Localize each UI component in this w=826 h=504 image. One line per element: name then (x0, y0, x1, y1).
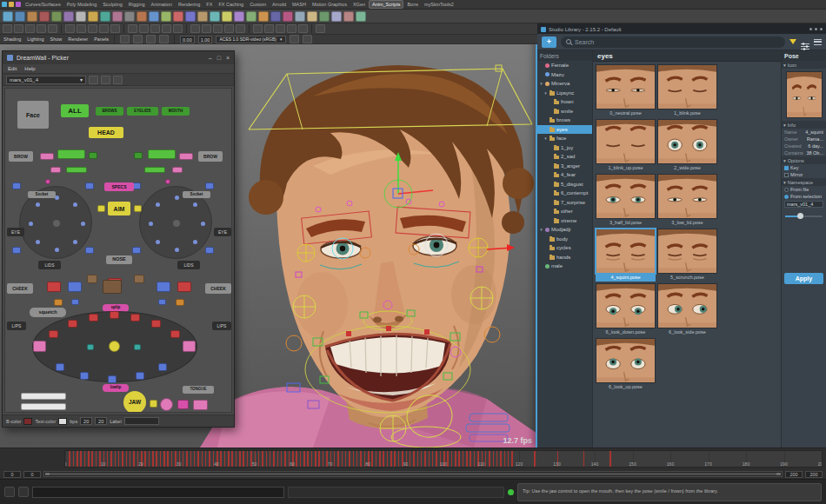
info-section-header[interactable]: ▾ Info (782, 121, 826, 129)
shelf-tab-Arnold[interactable]: Arnold (270, 1, 289, 8)
socket-dot[interactable] (55, 248, 59, 252)
search-input[interactable]: Search (561, 36, 785, 48)
picker-settings-icon[interactable] (113, 76, 123, 84)
options-section-header[interactable]: ▾ Options (782, 156, 826, 164)
cheek-chip[interactable] (177, 282, 191, 292)
socket-dot[interactable] (175, 248, 179, 252)
folder-item-hands[interactable]: hands (537, 253, 592, 262)
shelf-icon-10[interactable] (124, 11, 135, 22)
folder-item-eyes[interactable]: eyes (537, 125, 592, 135)
namespace-radio-From file[interactable] (784, 188, 789, 192)
brows-button[interactable]: BROWS (96, 107, 123, 116)
folder-item-2_sad[interactable]: 2_sad (537, 152, 592, 162)
shelf-icon-21[interactable] (258, 11, 269, 22)
tool-button-16[interactable] (202, 24, 211, 33)
folder-item-male[interactable]: male (537, 262, 592, 271)
shelf-tab-Rigging[interactable]: Rigging (126, 1, 148, 8)
shelf-icon-11[interactable] (137, 11, 147, 22)
menu-icon[interactable] (814, 39, 822, 45)
folder-item-brows[interactable]: brows (537, 116, 592, 125)
slider-bar[interactable] (21, 393, 66, 400)
panel-menu-renderer[interactable]: Renderer (68, 36, 88, 42)
smile-line-chip[interactable] (71, 299, 79, 305)
range-handle-end[interactable] (776, 473, 781, 475)
picker-refresh-icon[interactable] (89, 76, 98, 84)
settings-sliders-icon[interactable] (801, 38, 809, 46)
socket-corner-chip[interactable] (85, 182, 94, 189)
nose-button[interactable]: NOSE (106, 255, 132, 264)
folder-item-3_anger[interactable]: 3_anger (537, 162, 592, 171)
smile-line-chip[interactable] (54, 299, 63, 306)
shelf-tab-Motion Graphics[interactable]: Motion Graphics (310, 1, 350, 8)
pose-item-3_low_lid.pose[interactable]: 3_low_lid.pose (657, 174, 717, 227)
slider-knob[interactable] (797, 213, 803, 219)
socket-dot[interactable] (149, 222, 153, 226)
socket-corner-chip[interactable] (205, 182, 214, 189)
eyelids-button[interactable]: EYELIDS (127, 107, 158, 116)
shelf-icon-24[interactable] (295, 11, 305, 22)
pose-item-4_squint.pose[interactable]: 4_squint.pose (596, 229, 656, 282)
upper-lip-ctrl[interactable] (151, 320, 161, 328)
mouth-button[interactable]: MOUTH (162, 107, 190, 116)
shelf-tab-Poly Modeling[interactable]: Poly Modeling (64, 1, 100, 8)
shelf-icon-29[interactable] (356, 11, 366, 22)
tool-button-11[interactable] (139, 24, 149, 33)
tool-button-9[interactable] (110, 24, 120, 33)
nostril-right-chip[interactable] (134, 275, 144, 283)
shelf-icon-6[interactable] (76, 11, 86, 22)
socket-right-label[interactable]: Socket (183, 191, 210, 198)
shelf-icon-14[interactable] (173, 11, 183, 22)
brow-ctrl-chip[interactable] (179, 153, 193, 160)
brow-right-button[interactable]: BROW (198, 151, 223, 162)
socket-left-label[interactable]: Socket (28, 191, 56, 198)
socket-dot[interactable] (175, 196, 179, 200)
tool-button-10[interactable] (128, 24, 137, 33)
shelf-icon-17[interactable] (210, 11, 220, 22)
brow-pivot-chip[interactable] (45, 179, 50, 184)
brow-pivot-chip[interactable] (165, 179, 170, 184)
shelf-tab-Curves/Surfaces[interactable]: Curves/Surfaces (23, 1, 63, 8)
cheek-chip[interactable] (68, 282, 82, 292)
label-field[interactable] (124, 417, 159, 425)
shelf-icon-0[interactable] (3, 11, 13, 22)
tool-button-1[interactable] (14, 24, 23, 33)
panel-menu-panels[interactable]: Panels (94, 36, 109, 42)
pose-item-3_half_lid.pose[interactable]: 3_half_lid.pose (596, 174, 656, 227)
socket-dot[interactable] (156, 202, 160, 207)
shelf-icon-2[interactable] (27, 11, 37, 22)
tool-button-19[interactable] (236, 24, 245, 33)
brow-ctrl-chip[interactable] (134, 152, 143, 159)
eye-right-button[interactable]: EYE (214, 228, 231, 236)
tool-button-18[interactable] (224, 24, 234, 33)
inner-mouth-ctrl[interactable] (87, 344, 94, 350)
tool-button-15[interactable] (190, 24, 200, 33)
shelf-icon-9[interactable] (112, 11, 123, 22)
tool-button-22[interactable] (276, 24, 285, 33)
lower-lip-ctrl[interactable] (80, 372, 89, 380)
mouth-corner-ctrl[interactable] (33, 341, 46, 352)
smile-line-chip[interactable] (176, 299, 184, 306)
gamma-field[interactable]: 1.00 (198, 36, 213, 43)
smile-line-chip[interactable] (158, 299, 166, 305)
brow-ctrl-chip[interactable] (172, 167, 183, 173)
pose-item-2_wide.pose[interactable]: 2_wide.pose (657, 119, 717, 172)
shelf-icon-27[interactable] (331, 11, 342, 22)
folder-item-smile[interactable]: smile (537, 107, 592, 116)
picker-menu-help[interactable]: Help (24, 66, 35, 71)
namespace-section-header[interactable]: ▾ Namespace (782, 178, 826, 186)
folder-item-cycles[interactable]: cycles (537, 243, 592, 253)
upper-lip-chip[interactable] (103, 280, 122, 294)
playback-start-field[interactable]: 0 (23, 471, 41, 478)
pose-item-5_scrunch.pose[interactable]: 5_scrunch.pose (657, 229, 717, 282)
pose-item-1_blink_up.pose[interactable]: 1_blink_up.pose (596, 119, 656, 172)
picker-edit-icon[interactable] (101, 76, 110, 84)
animation-start-field[interactable]: 0 (3, 471, 21, 478)
command-line-input[interactable] (32, 487, 284, 498)
upper-lip-ctrl[interactable] (89, 314, 98, 322)
folder-item-5_disgust[interactable]: 5_disgust (537, 180, 592, 189)
tool-button-7[interactable] (88, 24, 97, 33)
lower-lip-ctrl[interactable] (108, 375, 117, 383)
mouth-corner-ctrl[interactable] (183, 341, 196, 352)
shelf-icon-18[interactable] (222, 11, 232, 22)
nostril-left-chip[interactable] (87, 275, 97, 283)
